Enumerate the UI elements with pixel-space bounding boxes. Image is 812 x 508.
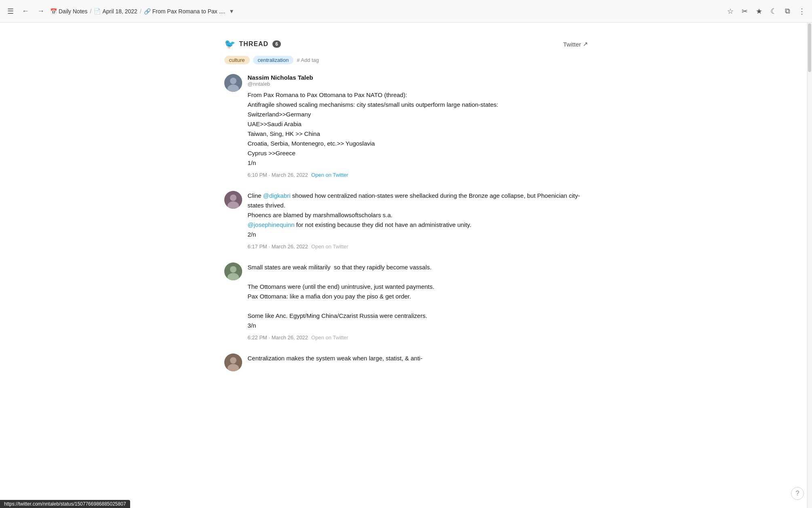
tweet-open-link-3[interactable]: Open on Twitter xyxy=(311,334,348,341)
tweet-item-4: Centralization makes the system weak whe… xyxy=(224,353,588,371)
breadcrumb-item-1[interactable]: 📅 Daily Notes xyxy=(50,8,88,15)
tweet-body-3: Small states are weak militarily so that… xyxy=(248,262,588,341)
more-icon: ⋮ xyxy=(798,7,806,16)
breadcrumb-daily-notes[interactable]: Daily Notes xyxy=(59,8,88,15)
breadcrumb-item-2[interactable]: 📄 April 18, 2022 xyxy=(94,8,137,15)
tweet-item-3: Small states are weak militarily so that… xyxy=(224,262,588,341)
main-content: 🐦 THREAD 6 Twitter ↗ culture centralizat… xyxy=(0,23,812,400)
back-button[interactable]: ← xyxy=(19,4,32,18)
scrollbar-track[interactable] xyxy=(807,23,812,508)
svg-point-1 xyxy=(230,78,236,84)
tweet-text-3: Small states are weak militarily so that… xyxy=(248,262,588,330)
moon-icon: ☾ xyxy=(770,7,777,16)
help-icon: ? xyxy=(796,490,799,497)
breadcrumb-sep-1: / xyxy=(90,8,92,15)
copy-icon: ⧉ xyxy=(785,7,790,15)
add-tag-button[interactable]: # Add tag xyxy=(297,57,319,63)
status-url: https://twitter.com/nntaleb/status/15077… xyxy=(4,501,126,507)
bookmark-icon: ☆ xyxy=(727,7,734,16)
content-wrapper: 🐦 THREAD 6 Twitter ↗ culture centralizat… xyxy=(224,39,588,384)
tweet-open-link-1[interactable]: Open on Twitter xyxy=(311,172,348,178)
scissors-icon: ✂ xyxy=(742,7,748,16)
star-icon: ★ xyxy=(756,7,762,16)
tweet-time-2: 6:17 PM · March 26, 2022 xyxy=(248,243,308,250)
mention-josephinequinn[interactable]: @josephinequinn xyxy=(248,221,295,228)
menu-button[interactable]: ☰ xyxy=(5,4,16,18)
breadcrumb: 📅 Daily Notes / 📄 April 18, 2022 / 🔗 Fro… xyxy=(50,6,236,16)
tweet-body-1: Nassim Nicholas Taleb @nntaleb From Pax … xyxy=(248,74,588,178)
tag-centralization[interactable]: centralization xyxy=(253,56,294,64)
forward-button[interactable]: → xyxy=(35,4,47,18)
nav-moon-button[interactable]: ☾ xyxy=(769,5,778,17)
tweet-open-link-2[interactable]: Open on Twitter xyxy=(311,243,348,250)
breadcrumb-sep-2: / xyxy=(140,8,141,15)
breadcrumb-dropdown-button[interactable]: ▾ xyxy=(228,6,236,16)
nav-right-icons: ☆ ✂ ★ ☾ ⧉ ⋮ xyxy=(726,5,807,17)
scrollbar-thumb[interactable] xyxy=(808,23,811,72)
tweet-time-3: 6:22 PM · March 26, 2022 xyxy=(248,334,308,341)
tweet-item-1: Nassim Nicholas Taleb @nntaleb From Pax … xyxy=(224,74,588,178)
thread-header: 🐦 THREAD 6 Twitter ↗ xyxy=(224,39,588,49)
avatar-cline xyxy=(224,191,242,209)
tweet-body-2: Cline @digkabri showed how centralized n… xyxy=(248,191,588,250)
tweet-item-2: Cline @digkabri showed how centralized n… xyxy=(224,191,588,250)
avatar-nnt xyxy=(224,74,242,92)
nav-more-button[interactable]: ⋮ xyxy=(797,5,807,17)
menu-icon: ☰ xyxy=(7,7,14,16)
nav-scissors-button[interactable]: ✂ xyxy=(740,5,749,17)
breadcrumb-date[interactable]: April 18, 2022 xyxy=(102,8,137,15)
thread-count-badge: 6 xyxy=(272,40,281,48)
link-icon: 🔗 xyxy=(144,8,151,15)
tweet-text-2: Cline @digkabri showed how centralized n… xyxy=(248,191,588,239)
nav-copy-button[interactable]: ⧉ xyxy=(783,5,792,17)
tweet-meta-3: 6:22 PM · March 26, 2022 Open on Twitter xyxy=(248,334,588,341)
breadcrumb-thread-title[interactable]: From Pax Romana to Pax .... xyxy=(152,8,226,15)
tweet-meta-1: 6:10 PM · March 26, 2022 Open on Twitter xyxy=(248,172,588,178)
tweet-author-name-1: Nassim Nicholas Taleb xyxy=(248,74,588,81)
avatar-tweet4 xyxy=(224,353,242,371)
twitter-external-link[interactable]: Twitter ↗ xyxy=(563,40,588,48)
svg-point-10 xyxy=(230,357,236,364)
nav-bookmark-button[interactable]: ☆ xyxy=(726,5,735,17)
breadcrumb-item-3[interactable]: 🔗 From Pax Romana to Pax .... xyxy=(144,8,226,15)
svg-point-7 xyxy=(230,266,236,273)
thread-left: 🐦 THREAD 6 xyxy=(224,39,281,49)
mention-digkabri[interactable]: @digkabri xyxy=(263,192,291,199)
status-bar: https://twitter.com/nntaleb/status/15077… xyxy=(0,500,130,508)
daily-notes-icon: 📅 xyxy=(50,8,57,15)
forward-icon: → xyxy=(37,7,44,15)
nav-bar: ☰ ← → 📅 Daily Notes / 📄 April 18, 2022 /… xyxy=(0,0,812,23)
twitter-logo-icon: 🐦 xyxy=(224,39,235,49)
tweet-author-handle-1: @nntaleb xyxy=(248,81,588,87)
svg-point-4 xyxy=(230,195,236,201)
tag-culture[interactable]: culture xyxy=(224,56,250,64)
tags-row: culture centralization # Add tag xyxy=(224,56,588,64)
help-button[interactable]: ? xyxy=(791,487,804,500)
tweet-meta-2: 6:17 PM · March 26, 2022 Open on Twitter xyxy=(248,243,588,250)
tweet-text-1: From Pax Romana to Pax Ottomana to Pax N… xyxy=(248,90,588,168)
twitter-link-label: Twitter xyxy=(563,41,581,48)
nav-star-button[interactable]: ★ xyxy=(754,5,764,17)
external-link-icon: ↗ xyxy=(583,40,588,48)
thread-label: THREAD xyxy=(239,40,269,48)
calendar-icon: 📄 xyxy=(94,8,101,15)
tweet-time-1: 6:10 PM · March 26, 2022 xyxy=(248,172,308,178)
tweet-text-4: Centralization makes the system weak whe… xyxy=(248,353,588,363)
tweet-body-4: Centralization makes the system weak whe… xyxy=(248,353,588,371)
avatar-tweet3 xyxy=(224,262,242,280)
back-icon: ← xyxy=(22,7,29,15)
